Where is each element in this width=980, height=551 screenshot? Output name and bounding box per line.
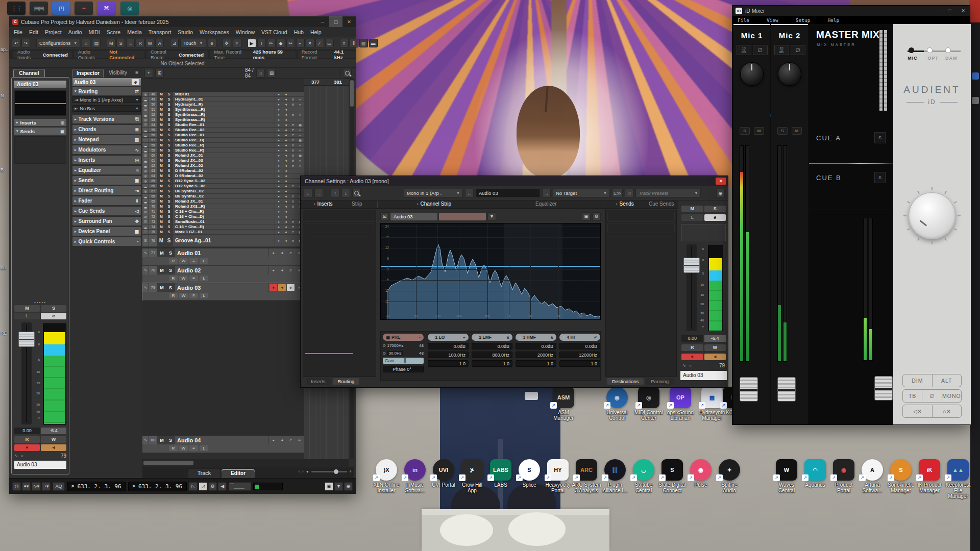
inspector-section-inserts[interactable]: ▸Inserts◎ <box>72 156 141 164</box>
mute-button[interactable]: M <box>158 204 165 209</box>
gain-knob[interactable] <box>740 62 764 86</box>
desktop-icon-heavyocity-portal[interactable]: HY↗Heavyocity Portal <box>543 459 573 493</box>
mute-button[interactable]: M <box>158 209 165 214</box>
record-arm-icon[interactable]: ● <box>275 102 282 107</box>
desktop-icon-splice[interactable]: S↗Splice <box>514 459 544 488</box>
transport-icon-3[interactable]: ◔▾ <box>42 482 51 491</box>
transport-icon-0[interactable]: ◎ <box>12 482 21 491</box>
inspector-section-notepad[interactable]: ▸Notepad▤ <box>72 135 141 144</box>
tab-editor[interactable]: Editor <box>222 469 255 478</box>
lowcut-slope[interactable]: 48 <box>419 351 424 356</box>
mic-strip-name[interactable]: Mic 1 <box>733 31 770 40</box>
automation-item-button[interactable]: ≡ <box>189 293 198 298</box>
zoom-slider[interactable] <box>311 471 347 472</box>
channel-section-sends[interactable]: ▾Sends▣ <box>14 128 66 135</box>
track-row-75[interactable]: ☰75MSMark 1 CZ...01●◄e▦ <box>142 230 304 235</box>
monitor-icon[interactable]: ◄ <box>282 112 289 117</box>
eq-band-header[interactable]: ʘ3 HMF∧ <box>516 334 556 341</box>
pre-header[interactable]: ▣PRE◔ <box>383 334 424 341</box>
solo-button[interactable]: S <box>166 283 175 292</box>
menu-view[interactable]: View <box>767 17 778 23</box>
close-button[interactable]: ✕ <box>957 6 970 16</box>
insert-slot[interactable] <box>305 212 374 222</box>
menu-score[interactable]: Score <box>107 29 120 35</box>
solo-button[interactable]: S <box>165 224 173 229</box>
phase-button[interactable]: ∅ <box>791 45 805 55</box>
monitor-icon[interactable]: ◄ <box>278 284 286 291</box>
snapshot-icon[interactable]: ◉ <box>716 189 725 197</box>
mute-button[interactable]: M <box>158 266 166 274</box>
output-select[interactable]: No Target▼ <box>553 189 610 197</box>
desktop-icon-labs[interactable]: LABS↗LABS <box>486 459 516 488</box>
track-row-66[interactable]: ▃66MSB12 Sync S...02●◄e∞ <box>142 184 304 189</box>
solo-button[interactable]: S <box>165 143 173 147</box>
solo-button[interactable]: S <box>704 206 726 212</box>
inspector-section-sends[interactable]: ▸Sends▣ <box>72 176 141 185</box>
mute-button[interactable]: M <box>158 214 165 219</box>
desktop-icon-uvi-portal[interactable]: UVI↗UVI Portal <box>429 459 458 488</box>
source-mic-dot[interactable] <box>909 47 914 53</box>
mute-button[interactable]: M <box>158 173 165 178</box>
solo-button[interactable]: S <box>165 230 173 234</box>
tab-visibility[interactable]: Visibility <box>105 69 131 78</box>
mute-button[interactable]: M <box>158 283 166 292</box>
auto-scroll-icon[interactable]: ✥ <box>223 39 231 47</box>
edit-channel-icon[interactable]: e <box>289 138 297 142</box>
inspector-section-device-panel[interactable]: ▸Device Panel▦ <box>72 227 141 236</box>
edit-channel-button[interactable]: e <box>704 214 726 221</box>
track-row-52[interactable]: ▃52MSSynthbrass...R)●◄e∞ <box>142 112 304 117</box>
compare-icon[interactable]: ▣ <box>582 212 591 221</box>
track-row-65[interactable]: ◍65MSB12 Sync S...02●◄ <box>142 179 304 184</box>
record-arm-icon[interactable]: ● <box>270 267 277 273</box>
record-arm-icon[interactable]: ● <box>270 437 277 443</box>
monitor-icon[interactable]: ◄ <box>278 267 286 273</box>
solo-button[interactable]: S <box>165 92 173 96</box>
window-layout-icon-1[interactable]: ‖ <box>350 39 358 47</box>
tab-strip[interactable]: Strip <box>352 201 362 207</box>
monitor-icon[interactable]: ◄ <box>278 437 286 443</box>
solo-button[interactable]: S <box>777 127 788 135</box>
user-icon[interactable]: ◉ <box>344 482 353 491</box>
power-icon[interactable]: ʘ <box>562 336 565 339</box>
monitor-icon[interactable]: ◄ <box>282 219 289 224</box>
mute-button[interactable]: M <box>158 194 165 198</box>
track-row-72[interactable]: ◍72MSC 16 + Cho...D)●◄ <box>142 214 304 219</box>
power-icon[interactable]: ʘ <box>519 336 521 339</box>
desktop-icon-asm-manager[interactable]: ASM↗ASM Manager <box>549 387 578 421</box>
automation-l-button[interactable]: L <box>200 258 208 264</box>
track-presets-icon[interactable]: ⊞ <box>155 69 164 78</box>
divider-dots[interactable]: ••••• <box>14 300 66 305</box>
automation-r-button[interactable]: R <box>169 445 178 451</box>
band-gain-value[interactable]: 0.0dB <box>516 343 556 349</box>
highcut-freq[interactable]: 17000Hz <box>387 343 403 348</box>
taskbar-purple-app-icon[interactable]: ⌘ <box>97 2 115 15</box>
band-q-value[interactable]: 1.0 <box>516 360 556 367</box>
track-row-50[interactable]: ▃50MSHydrasynt...R)●◄e∞ <box>142 102 304 107</box>
channel-settings-titlebar[interactable]: Channel Settings : Audio 03 [mono] ✕ <box>301 176 728 186</box>
solo-button[interactable]: S <box>165 235 173 246</box>
edit-channel-icon[interactable]: e <box>289 148 297 153</box>
solo-button[interactable]: S <box>165 122 173 127</box>
inspector-section-direct-routing[interactable]: ▸Direct Routing⇥ <box>72 186 141 195</box>
right-locator-display[interactable]: ⚑633. 2. 3. 96 <box>128 482 187 491</box>
record-arm-icon[interactable]: ● <box>275 184 282 188</box>
dim-button[interactable]: DIM <box>902 374 933 387</box>
mute-button[interactable]: M <box>158 224 165 229</box>
eq-band-header[interactable]: ʘ2 LMF∧ <box>472 334 512 341</box>
automation-w-button[interactable]: W <box>179 445 188 451</box>
solo-button[interactable]: S <box>165 163 173 168</box>
metronome-icon-1[interactable]: ◿ <box>199 482 207 491</box>
output-routing-select[interactable]: ⇤No Bus▼ <box>72 105 141 112</box>
fader-handle[interactable] <box>740 377 758 402</box>
peak-value[interactable]: -6.4 <box>704 335 726 342</box>
pad-button[interactable]: 10dB <box>774 45 789 55</box>
solo-button[interactable]: S <box>165 168 173 173</box>
track-row-54[interactable]: ☰54MSStudio Ree...01●◄e▦ <box>142 122 304 128</box>
pre-gain-slider[interactable]: Gain <box>383 358 424 364</box>
track-row-48[interactable]: ◍48MSMIDI 01●◄ <box>142 92 304 97</box>
automation-item-button[interactable]: ≡ <box>189 276 198 281</box>
inspector-section-equalizer[interactable]: ▸Equalizer≈ <box>72 166 141 174</box>
mute-button[interactable]: M <box>158 107 165 112</box>
desktop-icon-arc-system-3-analysis[interactable]: ARC↗ARC System 3 Analysis <box>572 459 601 493</box>
mute-button[interactable]: M <box>158 117 165 122</box>
